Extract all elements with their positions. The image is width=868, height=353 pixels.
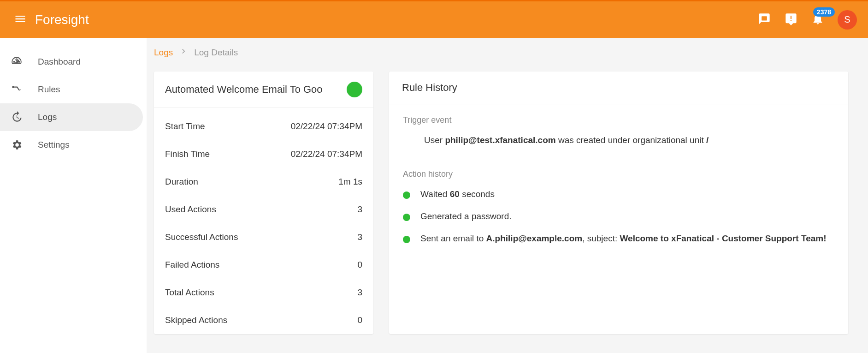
action-text: Generated a password. — [420, 211, 512, 221]
sidebar-item-label: Logs — [38, 112, 57, 122]
notification-button[interactable]: 2378 — [811, 13, 825, 27]
detail-row: Skipped Actions0 — [165, 306, 362, 334]
svg-rect-2 — [791, 20, 791, 21]
app-header: Foresight 2378 S — [0, 0, 868, 38]
detail-label: Failed Actions — [165, 260, 219, 270]
svg-rect-0 — [762, 16, 767, 20]
action-text: Sent an email to A.philip@example.com, s… — [420, 233, 826, 244]
detail-row: Total Actions3 — [165, 279, 362, 306]
action-history-label: Action history — [403, 169, 834, 179]
avatar-initial: S — [844, 14, 850, 25]
announcement-button[interactable] — [784, 13, 798, 27]
breadcrumb: Logs Log Details — [154, 47, 868, 58]
announcement-icon — [785, 12, 797, 27]
flow-icon — [10, 83, 23, 96]
rule-history-card: Rule History Trigger event User philip@t… — [389, 72, 848, 334]
svg-point-3 — [12, 86, 14, 88]
detail-value: 3 — [357, 204, 362, 215]
breadcrumb-current: Log Details — [194, 48, 238, 58]
breadcrumb-logs[interactable]: Logs — [154, 48, 173, 58]
action-history-item: Waited 60 seconds — [403, 189, 834, 199]
detail-row: Duration1m 1s — [165, 168, 362, 196]
detail-label: Successful Actions — [165, 232, 238, 242]
sidebar: Dashboard Rules Logs Settings — [0, 38, 147, 353]
brand-title: Foresight — [35, 12, 89, 27]
chevron-right-icon — [179, 47, 188, 58]
detail-row: Finish Time02/22/24 07:34PM — [165, 140, 362, 168]
sidebar-item-rules[interactable]: Rules — [0, 76, 143, 103]
detail-row: Start Time02/22/24 07:34PM — [165, 113, 362, 140]
detail-value: 0 — [357, 315, 362, 325]
chat-icon — [758, 12, 771, 27]
sidebar-item-dashboard[interactable]: Dashboard — [0, 48, 143, 76]
svg-rect-1 — [791, 16, 791, 19]
main-content: Logs Log Details Automated Welcome Email… — [147, 38, 868, 353]
status-dot-icon — [403, 191, 410, 199]
detail-label: Finish Time — [165, 149, 210, 159]
detail-value: 3 — [357, 232, 362, 242]
status-dot-icon — [403, 214, 410, 221]
status-dot-icon — [403, 236, 410, 243]
detail-label: Skipped Actions — [165, 315, 227, 325]
notification-badge: 2378 — [813, 7, 835, 17]
avatar[interactable]: S — [838, 10, 857, 30]
detail-label: Duration — [165, 177, 198, 187]
detail-value: 0 — [357, 260, 362, 270]
hamburger-icon — [14, 12, 27, 27]
detail-label: Total Actions — [165, 287, 214, 298]
detail-row: Failed Actions0 — [165, 251, 362, 279]
log-title: Automated Welcome Email To Goo — [165, 84, 323, 96]
status-badge — [347, 82, 362, 97]
log-details-card: Automated Welcome Email To Goo Start Tim… — [154, 72, 373, 334]
history-title: Rule History — [389, 72, 848, 104]
history-icon — [10, 111, 23, 124]
detail-label: Start Time — [165, 121, 205, 132]
menu-toggle[interactable] — [11, 11, 30, 29]
detail-value: 1m 1s — [338, 177, 362, 187]
detail-value: 02/22/24 07:34PM — [291, 149, 362, 159]
sidebar-item-label: Rules — [38, 84, 60, 95]
sidebar-item-label: Dashboard — [38, 57, 81, 67]
detail-value: 3 — [357, 287, 362, 298]
trigger-event-label: Trigger event — [403, 115, 834, 125]
sidebar-item-settings[interactable]: Settings — [0, 131, 143, 159]
sidebar-item-logs[interactable]: Logs — [0, 103, 143, 131]
trigger-event-text: User philip@test.xfanatical.com was crea… — [424, 135, 834, 145]
chat-button[interactable] — [757, 13, 771, 27]
detail-label: Used Actions — [165, 204, 216, 215]
sidebar-item-label: Settings — [38, 140, 70, 150]
action-history-item: Generated a password. — [403, 211, 834, 221]
action-history-item: Sent an email to A.philip@example.com, s… — [403, 233, 834, 244]
detail-value: 02/22/24 07:34PM — [291, 121, 362, 132]
action-text: Waited 60 seconds — [420, 189, 495, 199]
gauge-icon — [10, 55, 23, 68]
detail-row: Used Actions3 — [165, 196, 362, 223]
detail-row: Successful Actions3 — [165, 223, 362, 251]
gear-icon — [10, 138, 23, 151]
